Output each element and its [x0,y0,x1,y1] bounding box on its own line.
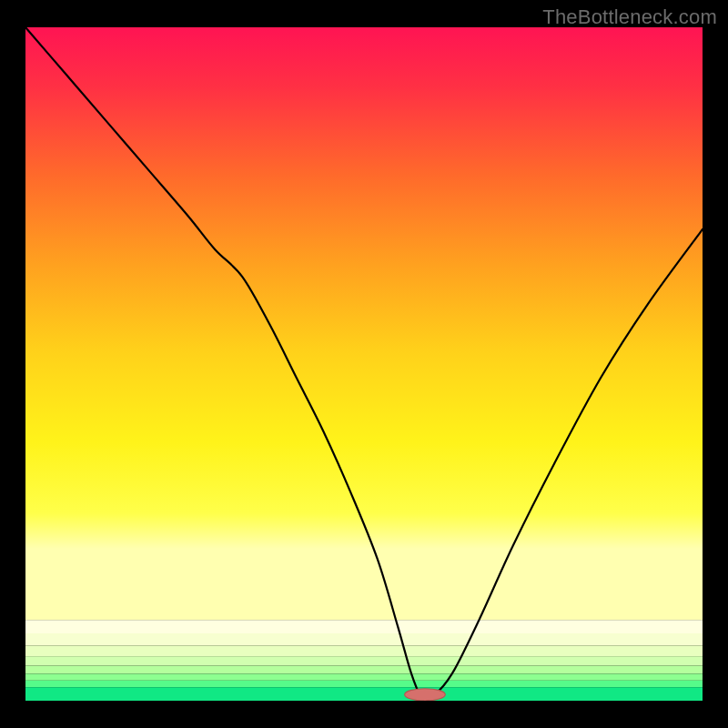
gradient-band [25,620,703,633]
optimal-marker [405,689,446,701]
green-band-group [25,620,703,701]
gradient-band [25,673,703,680]
gradient-band [25,687,703,701]
gradient-band [25,666,703,674]
chart-frame: TheBottleneck.com [0,0,728,728]
gradient-band [25,681,703,687]
gradient-band [25,645,703,656]
plot-area [25,27,703,701]
gradient-band [25,656,703,665]
watermark-text: TheBottleneck.com [542,5,717,29]
chart-svg [25,27,703,701]
gradient-background [25,27,703,620]
gradient-band [25,633,703,645]
